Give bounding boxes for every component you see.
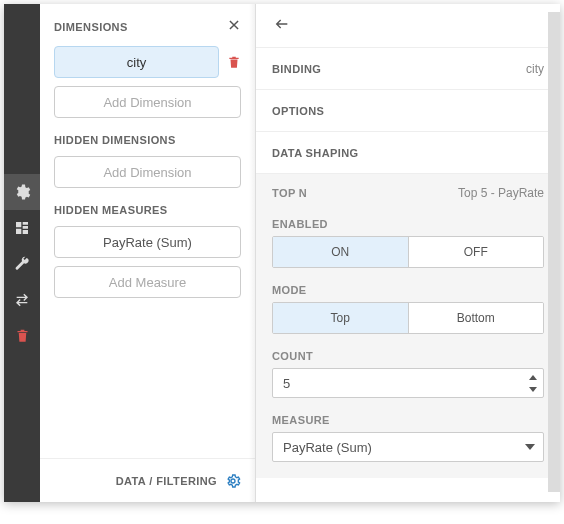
measure-select-value: PayRate (Sum) [283,440,372,455]
add-measure-button[interactable]: Add Measure [54,266,241,298]
settings-tool[interactable] [4,174,40,210]
mode-top-button[interactable]: Top [273,303,409,333]
gear-icon [13,183,31,201]
scrollbar-track [548,12,560,492]
add-hidden-dimension-button[interactable]: Add Dimension [54,156,241,188]
dimension-item-city[interactable]: city [54,46,219,78]
dimensions-title: DIMENSIONS [54,21,128,33]
mode-toggle: Top Bottom [272,302,544,334]
count-input[interactable] [273,376,523,391]
measure-select[interactable]: PayRate (Sum) [272,432,544,462]
enabled-label: ENABLED [272,210,544,236]
layout-icon [14,220,30,236]
count-spinner [272,368,544,398]
close-icon [227,18,241,32]
count-label: COUNT [272,338,544,368]
measure-item-payrate[interactable]: PayRate (Sum) [54,226,241,258]
measure-label: MEASURE [272,402,544,432]
wrench-icon [14,256,30,272]
enabled-off-button[interactable]: OFF [409,237,544,267]
convert-tool[interactable] [4,282,40,318]
trash-icon [227,55,241,70]
options-label: OPTIONS [272,105,324,117]
count-down-button[interactable] [523,383,543,395]
options-row[interactable]: OPTIONS [256,90,560,132]
gear-icon [225,473,241,489]
topn-label: TOP N [272,187,307,199]
remove-dimension-button[interactable] [227,55,241,70]
binding-value: city [526,62,544,76]
data-shaping-row[interactable]: DATA SHAPING [256,132,560,174]
enabled-on-button[interactable]: ON [273,237,409,267]
back-button[interactable] [272,16,292,36]
chevron-up-icon [529,375,537,380]
close-panel-button[interactable] [227,18,241,36]
chevron-down-icon [525,444,535,450]
swap-icon [14,292,30,308]
add-dimension-button[interactable]: Add Dimension [54,86,241,118]
side-toolbar [4,4,40,502]
data-filtering-label: DATA / FILTERING [116,475,217,487]
mode-label: MODE [272,272,544,302]
trash-icon [15,328,30,344]
count-up-button[interactable] [523,371,543,383]
wrench-tool[interactable] [4,246,40,282]
dimensions-panel: DIMENSIONS city Add Dimension HIDDEN DIM… [40,4,256,502]
enabled-toggle: ON OFF [272,236,544,268]
layout-tool[interactable] [4,210,40,246]
delete-tool[interactable] [4,318,40,354]
data-shaping-label: DATA SHAPING [272,147,358,159]
properties-panel: BINDING city OPTIONS DATA SHAPING TOP N … [256,4,560,502]
binding-row[interactable]: BINDING city [256,48,560,90]
data-filtering-footer[interactable]: DATA / FILTERING [40,458,255,502]
hidden-dimensions-title: HIDDEN DIMENSIONS [54,134,241,146]
mode-bottom-button[interactable]: Bottom [409,303,544,333]
topn-value: Top 5 - PayRate [458,186,544,200]
binding-label: BINDING [272,63,321,75]
arrow-left-icon [272,16,292,32]
hidden-measures-title: HIDDEN MEASURES [54,204,241,216]
chevron-down-icon [529,387,537,392]
